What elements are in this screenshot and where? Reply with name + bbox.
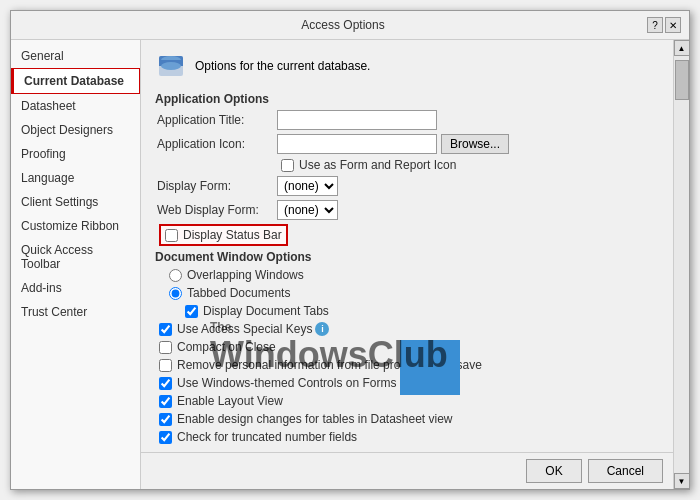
overlapping-windows-row: Overlapping Windows [165, 268, 659, 282]
use-as-form-checkbox[interactable] [281, 159, 294, 172]
display-form-row: Display Form: (none) [155, 176, 659, 196]
header-text: Options for the current database. [195, 59, 370, 73]
sidebar-item-trust-center[interactable]: Trust Center [11, 300, 140, 324]
section-header: Options for the current database. [155, 50, 659, 82]
display-status-bar-highlight: Display Status Bar [159, 224, 288, 246]
application-title-row: Application Title: [155, 110, 659, 130]
info-icon[interactable]: i [315, 322, 329, 336]
display-document-tabs-row: Display Document Tabs [165, 304, 659, 318]
cancel-button[interactable]: Cancel [588, 459, 663, 483]
sidebar-item-proofing[interactable]: Proofing [11, 142, 140, 166]
overlapping-windows-label: Overlapping Windows [187, 268, 304, 282]
help-button[interactable]: ? [647, 17, 663, 33]
use-access-special-keys-checkbox[interactable] [159, 323, 172, 336]
web-display-form-row: Web Display Form: (none) [155, 200, 659, 220]
scrollbar: ▲ ▼ [673, 40, 689, 489]
application-icon-row: Application Icon: Browse... [155, 134, 659, 154]
check-truncated-row: Check for truncated number fields [155, 430, 659, 444]
tabbed-documents-row: Tabbed Documents [165, 286, 659, 300]
database-icon [155, 50, 187, 82]
scroll-up-button[interactable]: ▲ [674, 40, 690, 56]
enable-design-changes-checkbox[interactable] [159, 413, 172, 426]
enable-layout-view-label: Enable Layout View [177, 394, 283, 408]
remove-personal-info-checkbox[interactable] [159, 359, 172, 372]
display-status-bar-row: Display Status Bar [155, 224, 659, 246]
svg-point-4 [161, 62, 181, 70]
application-title-input[interactable] [277, 110, 437, 130]
use-access-special-keys-row: Use Access Special Keys i [155, 322, 659, 336]
enable-layout-view-row: Enable Layout View [155, 394, 659, 408]
sidebar-item-datasheet[interactable]: Datasheet [11, 94, 140, 118]
web-display-form-label: Web Display Form: [157, 203, 277, 217]
tabbed-documents-label: Tabbed Documents [187, 286, 290, 300]
application-icon-label: Application Icon: [157, 137, 277, 151]
scrollbar-track [674, 56, 689, 473]
main-content: Options for the current database. Applic… [141, 40, 673, 489]
enable-layout-view-checkbox[interactable] [159, 395, 172, 408]
compact-on-close-checkbox[interactable] [159, 341, 172, 354]
application-options-label: Application Options [155, 92, 659, 106]
dialog-title: Access Options [39, 18, 647, 32]
document-window-label: Document Window Options [155, 250, 659, 264]
use-access-special-keys-label: Use Access Special Keys [177, 322, 312, 336]
sidebar-item-current-database[interactable]: Current Database [11, 68, 140, 94]
sidebar-item-customize-ribbon[interactable]: Customize Ribbon [11, 214, 140, 238]
sidebar-item-add-ins[interactable]: Add-ins [11, 276, 140, 300]
use-windows-themed-label: Use Windows-themed Controls on Forms [177, 376, 396, 390]
scroll-down-button[interactable]: ▼ [674, 473, 690, 489]
web-display-form-select[interactable]: (none) [277, 200, 338, 220]
dialog-body: General Current Database Datasheet Objec… [11, 40, 689, 489]
close-button[interactable]: ✕ [665, 17, 681, 33]
check-truncated-label: Check for truncated number fields [177, 430, 357, 444]
scrollbar-thumb[interactable] [675, 60, 689, 100]
application-title-label: Application Title: [157, 113, 277, 127]
enable-design-changes-label: Enable design changes for tables in Data… [177, 412, 453, 426]
display-status-bar-label: Display Status Bar [183, 228, 282, 242]
sidebar-item-quick-access-toolbar[interactable]: Quick Access Toolbar [11, 238, 140, 276]
sidebar: General Current Database Datasheet Objec… [11, 40, 141, 489]
enable-design-changes-row: Enable design changes for tables in Data… [155, 412, 659, 426]
title-bar: Access Options ? ✕ [11, 11, 689, 40]
overlapping-windows-radio[interactable] [169, 269, 182, 282]
ok-button[interactable]: OK [526, 459, 581, 483]
display-form-label: Display Form: [157, 179, 277, 193]
bottom-bar: OK Cancel [141, 452, 673, 489]
tabbed-documents-radio[interactable] [169, 287, 182, 300]
display-document-tabs-label: Display Document Tabs [203, 304, 329, 318]
browse-button[interactable]: Browse... [441, 134, 509, 154]
compact-on-close-label: Compact on Close [177, 340, 276, 354]
use-windows-themed-checkbox[interactable] [159, 377, 172, 390]
sidebar-item-language[interactable]: Language [11, 166, 140, 190]
use-as-form-label: Use as Form and Report Icon [299, 158, 456, 172]
application-icon-input[interactable] [277, 134, 437, 154]
sidebar-item-client-settings[interactable]: Client Settings [11, 190, 140, 214]
document-window-section: Overlapping Windows Tabbed Documents Dis… [165, 268, 659, 318]
sidebar-item-object-designers[interactable]: Object Designers [11, 118, 140, 142]
check-truncated-checkbox[interactable] [159, 431, 172, 444]
sidebar-item-general[interactable]: General [11, 44, 140, 68]
access-options-dialog: Access Options ? ✕ General Current Datab… [10, 10, 690, 490]
use-as-form-row: Use as Form and Report Icon [155, 158, 659, 172]
blue-square-decoration [400, 340, 460, 395]
display-form-select[interactable]: (none) [277, 176, 338, 196]
display-status-bar-checkbox[interactable] [165, 229, 178, 242]
title-bar-controls: ? ✕ [647, 17, 681, 33]
display-document-tabs-checkbox[interactable] [185, 305, 198, 318]
